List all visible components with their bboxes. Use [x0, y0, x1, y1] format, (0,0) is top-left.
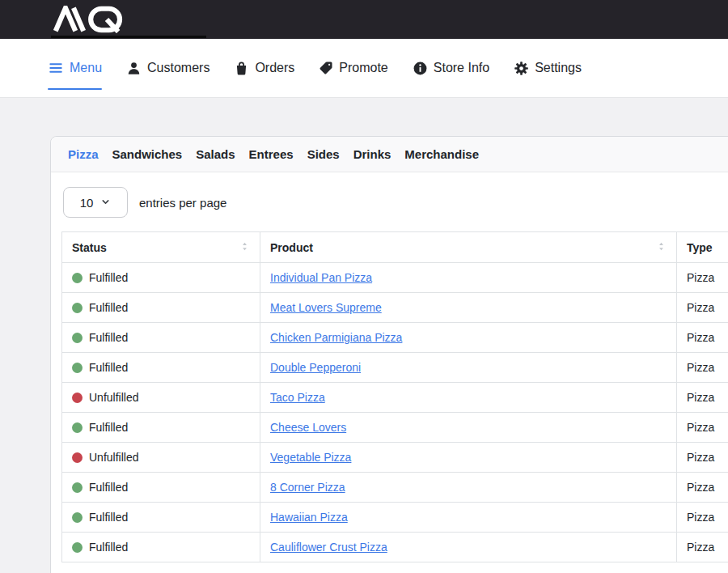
status-dot-icon [72, 452, 83, 463]
status-label: Fulfilled [89, 421, 128, 434]
top-app-bar [0, 0, 728, 39]
status-cell: Fulfilled [62, 473, 260, 503]
bag-icon [234, 61, 249, 76]
product-link[interactable]: Taco Pizza [270, 391, 325, 404]
product-cell: Cauliflower Crust Pizza [260, 533, 677, 562]
type-label: Pizza [687, 391, 714, 404]
table-row: Unfulfilled Taco Pizza Pizza [62, 383, 728, 413]
product-link[interactable]: Chicken Parmigiana Pizza [270, 331, 402, 344]
nav-item-customers[interactable]: Customers [126, 39, 210, 97]
person-icon [126, 61, 142, 76]
tab-merchandise[interactable]: Merchandise [404, 147, 479, 161]
column-header-type[interactable]: Type [677, 232, 728, 263]
type-label: Pizza [687, 481, 714, 494]
nav-item-label: Promote [339, 61, 387, 75]
product-cell: Taco Pizza [260, 383, 677, 413]
info-icon [413, 61, 428, 76]
status-label: Fulfilled [89, 331, 128, 344]
column-label: Type [687, 241, 713, 254]
product-cell: Vegetable Pizza [260, 443, 677, 473]
aiq-logo [52, 6, 128, 33]
table-row: Unfulfilled Vegetable Pizza Pizza [62, 443, 728, 473]
type-cell: Pizza [677, 353, 728, 383]
status-dot-icon [72, 303, 83, 313]
tab-sides[interactable]: Sides [307, 147, 340, 161]
gear-icon [514, 61, 529, 76]
card-body: 10 entries per page StatusProductType Fu… [51, 172, 728, 573]
type-label: Pizza [687, 361, 714, 374]
status-cell: Fulfilled [62, 413, 260, 443]
entries-control: 10 entries per page [63, 187, 728, 218]
status-dot-icon [72, 363, 83, 373]
entries-per-page-select[interactable]: 10 [63, 187, 128, 218]
nav-item-promote[interactable]: Promote [319, 39, 387, 97]
product-link[interactable]: Cauliflower Crust Pizza [270, 541, 387, 554]
status-label: Fulfilled [89, 301, 128, 314]
nav-item-orders[interactable]: Orders [234, 39, 294, 97]
status-dot-icon [72, 542, 83, 553]
product-cell: Double Pepperoni [260, 353, 677, 383]
table-row: Fulfilled Individual Pan Pizza Pizza [62, 263, 728, 293]
product-link[interactable]: Hawaiian Pizza [270, 511, 348, 524]
nav-item-store-info[interactable]: Store Info [413, 39, 489, 97]
type-cell: Pizza [677, 323, 728, 353]
status-cell: Fulfilled [62, 293, 260, 323]
product-link[interactable]: Double Pepperoni [270, 361, 361, 374]
table-head: StatusProductType [62, 232, 728, 263]
product-link[interactable]: Meat Lovers Supreme [270, 301, 382, 314]
tab-entrees[interactable]: Entrees [249, 147, 294, 161]
type-label: Pizza [687, 421, 714, 434]
column-header-product[interactable]: Product [260, 232, 677, 263]
nav-item-label: Settings [535, 61, 582, 75]
type-cell: Pizza [677, 443, 728, 473]
table-row: Fulfilled Chicken Parmigiana Pizza Pizza [62, 323, 728, 353]
status-dot-icon [72, 512, 83, 523]
product-cell: 8 Corner Pizza [260, 473, 677, 503]
status-label: Fulfilled [89, 361, 128, 374]
status-cell: Unfulfilled [62, 383, 260, 413]
type-label: Pizza [687, 271, 714, 284]
product-link[interactable]: Vegetable Pizza [270, 451, 351, 464]
type-label: Pizza [687, 451, 714, 464]
sort-arrows-icon[interactable] [656, 241, 667, 254]
column-label: Product [270, 241, 313, 254]
status-label: Fulfilled [89, 511, 128, 524]
topbar-divider [51, 36, 206, 38]
status-cell: Fulfilled [62, 263, 260, 293]
nav-item-label: Orders [255, 61, 294, 75]
hamburger-icon [48, 60, 64, 76]
product-cell: Chicken Parmigiana Pizza [260, 323, 677, 353]
status-dot-icon [72, 393, 83, 403]
product-link[interactable]: Individual Pan Pizza [270, 271, 372, 284]
entries-per-page-value: 10 [80, 196, 94, 210]
tab-drinks[interactable]: Drinks [353, 147, 392, 161]
product-link[interactable]: Cheese Lovers [270, 421, 346, 434]
type-cell: Pizza [677, 533, 728, 562]
status-cell: Fulfilled [62, 353, 260, 383]
main-nav: Menu Customers Orders Promote Store Info… [0, 39, 728, 98]
type-cell: Pizza [677, 263, 728, 293]
nav-item-settings[interactable]: Settings [514, 39, 582, 97]
product-link[interactable]: 8 Corner Pizza [270, 481, 345, 494]
nav-item-label: Store Info [434, 61, 489, 75]
status-cell: Fulfilled [62, 533, 260, 562]
status-label: Unfulfilled [89, 391, 138, 404]
type-cell: Pizza [677, 293, 728, 323]
tab-sandwiches[interactable]: Sandwiches [112, 147, 183, 161]
status-label: Unfulfilled [89, 451, 138, 464]
nav-item-menu[interactable]: Menu [48, 39, 102, 97]
tab-salads[interactable]: Salads [196, 147, 235, 161]
column-header-status[interactable]: Status [62, 232, 260, 263]
type-cell: Pizza [677, 473, 728, 503]
entries-per-page-label: entries per page [139, 196, 226, 210]
type-label: Pizza [687, 511, 714, 524]
type-cell: Pizza [677, 413, 728, 443]
sort-arrows-icon[interactable] [239, 241, 250, 254]
tab-pizza[interactable]: Pizza [68, 147, 99, 161]
status-dot-icon [72, 273, 83, 283]
type-label: Pizza [687, 331, 714, 344]
table-row: Fulfilled Meat Lovers Supreme Pizza [62, 293, 728, 323]
menu-card: Pizza Sandwiches Salads Entrees Sides Dr… [50, 136, 728, 573]
nav-item-label: Menu [70, 61, 102, 75]
active-tab-underline [48, 88, 102, 90]
